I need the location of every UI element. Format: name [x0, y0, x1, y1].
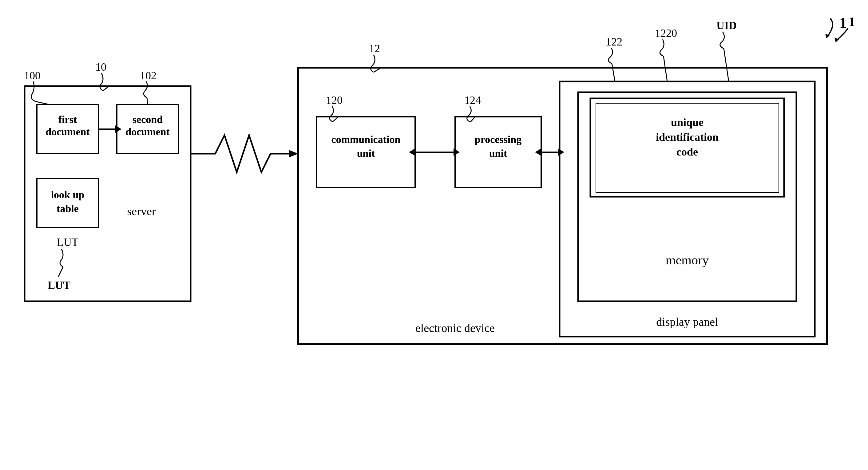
- diagram-container: 1 first document second document look up…: [0, 0, 868, 470]
- ref-120: 120: [326, 94, 343, 106]
- electronic-device-box: [298, 68, 827, 344]
- ref-122: 122: [606, 36, 622, 48]
- ref-10: 10: [95, 61, 106, 73]
- ref-12: 12: [369, 42, 380, 55]
- ref-100-line: [31, 82, 35, 101]
- proc-display-left: [535, 149, 541, 156]
- ref-120-line2: [333, 117, 338, 122]
- svg-text:code: code: [677, 146, 698, 158]
- zigzag-arrow: [289, 150, 298, 157]
- svg-text:unit: unit: [357, 148, 375, 159]
- svg-text:first: first: [58, 114, 77, 125]
- ref-124-line2: [470, 117, 475, 122]
- proc-display-right: [558, 149, 564, 156]
- server-box: [25, 86, 191, 301]
- ref-124-line: [467, 106, 471, 122]
- ref-124: 124: [464, 94, 481, 106]
- doc-arrow-head: [115, 125, 121, 133]
- ref-120-line: [330, 106, 334, 122]
- comm-proc-arrow-left: [409, 149, 415, 156]
- ref-12-line: [371, 55, 375, 72]
- comm-proc-arrow-right: [454, 149, 460, 156]
- memory-label: memory: [666, 253, 709, 267]
- svg-text:document: document: [125, 126, 170, 137]
- diagram-svg: 1 first document second document look up…: [0, 0, 868, 470]
- lut-ref-label: LUT: [57, 236, 79, 248]
- svg-text:unique: unique: [671, 116, 704, 128]
- ref-122-line2: [612, 64, 615, 82]
- svg-text:communication: communication: [332, 134, 401, 145]
- svg-text:processing: processing: [475, 134, 522, 145]
- uid-top-label: UID: [716, 19, 737, 32]
- server-label: server: [127, 205, 156, 218]
- ref-102-line: [144, 82, 147, 98]
- svg-text:table: table: [57, 203, 79, 214]
- zigzag-connector: [191, 135, 289, 172]
- ref-1-outer: 1: [849, 15, 855, 29]
- fig-number-label: 1: [839, 14, 847, 31]
- lut-line: [60, 249, 63, 267]
- ref-10-line: [100, 73, 103, 91]
- uid-line: [720, 32, 724, 49]
- ref-1220-line2: [663, 56, 667, 82]
- ref-1220-line: [660, 39, 664, 56]
- ref-102-line2: [147, 98, 148, 104]
- lut-line2: [58, 267, 63, 277]
- svg-text:unit: unit: [489, 148, 507, 159]
- ref-1220: 1220: [655, 27, 677, 39]
- ref-102: 102: [140, 69, 156, 82]
- svg-text:second: second: [132, 114, 163, 125]
- ref-122-line: [609, 48, 613, 64]
- svg-text:look up: look up: [51, 189, 85, 200]
- fig-arrow: [827, 19, 833, 37]
- ref-100: 100: [24, 69, 40, 82]
- svg-text:identification: identification: [656, 131, 719, 143]
- display-panel-label: display panel: [656, 315, 718, 328]
- uid-line2: [724, 49, 729, 82]
- svg-text:document: document: [45, 126, 90, 137]
- lut-bottom-label: LUT: [48, 279, 70, 291]
- electronic-device-label: electronic device: [415, 321, 495, 335]
